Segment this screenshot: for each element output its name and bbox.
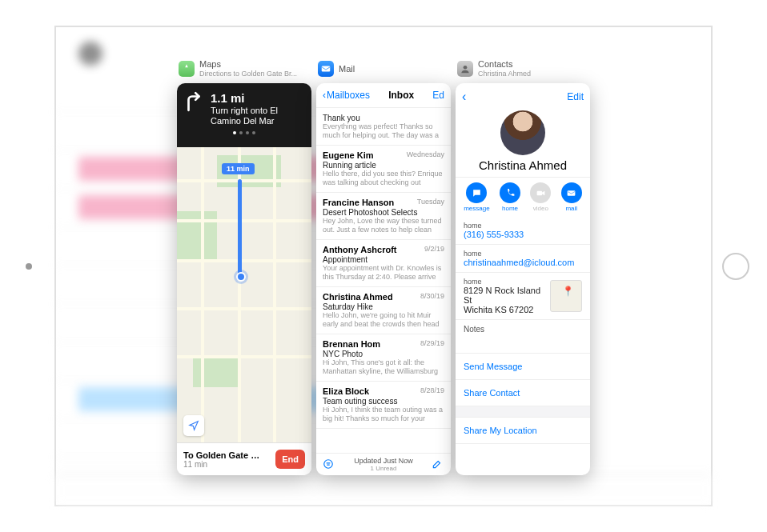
mailboxes-back-button[interactable]: ‹ Mailboxes — [323, 90, 370, 101]
mail-subject: Running article — [323, 161, 444, 170]
mail-item[interactable]: Anthony Ashcroft9/2/19AppointmentYour ap… — [316, 240, 451, 287]
maps-app-title: Maps — [199, 59, 297, 69]
back-button[interactable]: ‹ — [462, 90, 466, 104]
mail-subject: Appointment — [323, 255, 444, 264]
mail-preview: Hello John, we're going to hit Muir earl… — [323, 311, 444, 329]
route-line — [238, 179, 242, 275]
mail-preview: Hey John, Love the way these turned out.… — [323, 217, 444, 234]
phone-info[interactable]: home (316) 555-9333 — [456, 217, 590, 245]
mail-item[interactable]: Thank youEverything was perfect! Thanks … — [316, 108, 451, 146]
maps-app-subtitle: Directions to Golden Gate Br... — [199, 69, 297, 78]
maps-card[interactable]: 1.1 mi Turn right onto El Camino Del Mar — [177, 83, 311, 475]
mail-status: Updated Just Now 1 Unread — [335, 457, 432, 472]
mail-action[interactable]: mail — [561, 182, 582, 212]
mail-date: 8/28/19 — [420, 386, 444, 394]
mail-navbar: ‹ Mailboxes Inbox Ed — [316, 83, 451, 108]
front-camera — [26, 263, 32, 270]
locate-me-button[interactable] — [183, 415, 204, 436]
mail-list[interactable]: Thank youEverything was perfect! Thanks … — [316, 108, 451, 453]
svg-point-1 — [324, 459, 333, 468]
chevron-left-icon: ‹ — [323, 90, 326, 101]
mail-date: 8/30/19 — [420, 292, 444, 300]
mail-subject: NYC Photo — [323, 350, 444, 358]
mail-title: Inbox — [388, 90, 414, 101]
mail-subject: Desert Photoshoot Selects — [323, 208, 444, 217]
card-header-maps: Maps Directions to Golden Gate Br... — [177, 58, 311, 80]
mail-app-icon — [318, 61, 334, 77]
switcher-card-contacts[interactable]: Contacts Christina Ahmed ‹ Edit Christin… — [456, 58, 590, 475]
avatar — [500, 110, 545, 155]
svg-rect-0 — [322, 66, 331, 72]
mail-icon — [561, 182, 582, 203]
filter-icon[interactable] — [323, 458, 335, 471]
contacts-app-title: Contacts — [478, 59, 531, 69]
section-gap — [456, 406, 590, 418]
home-button[interactable] — [722, 253, 749, 280]
end-route-button[interactable]: End — [275, 450, 305, 469]
edit-button[interactable]: Edit — [567, 91, 584, 102]
mail-subject: Thank you — [323, 114, 444, 122]
mail-item[interactable]: Christina Ahmed8/30/19Saturday HikeHello… — [316, 287, 451, 334]
destination-time: 11 min — [183, 460, 263, 469]
share-location-link[interactable]: Share My Location — [456, 418, 590, 444]
mail-card[interactable]: ‹ Mailboxes Inbox Ed Thank youEverything… — [316, 83, 451, 475]
mail-preview: Everything was perfect! Thanks so much f… — [323, 122, 444, 140]
send-message-link[interactable]: Send Message — [456, 354, 590, 380]
notes-field[interactable]: Notes — [456, 320, 590, 354]
mail-date: 8/29/19 — [420, 339, 444, 347]
card-header-contacts: Contacts Christina Ahmed — [456, 58, 590, 80]
maps-distance: 1.1 mi — [211, 91, 305, 105]
message-icon — [466, 182, 487, 203]
mail-subject: Saturday Hike — [323, 302, 444, 311]
email-info[interactable]: home christinaahmed@icloud.com — [456, 245, 590, 273]
switcher-card-maps[interactable]: Maps Directions to Golden Gate Br... 1.1… — [177, 58, 311, 475]
phone-number: (316) 555-9333 — [464, 230, 582, 239]
mail-item[interactable]: Eliza Block8/28/19Team outing successHi … — [316, 382, 451, 429]
video-icon — [530, 182, 551, 203]
mail-edit-button[interactable]: Ed — [432, 90, 444, 101]
card-header-mail: Mail — [316, 58, 451, 80]
email-address: christinaahmed@icloud.com — [464, 258, 582, 267]
maps-app-icon — [179, 61, 195, 77]
maps-direction-banner: 1.1 mi Turn right onto El Camino Del Mar — [177, 83, 311, 147]
compose-icon[interactable] — [432, 458, 444, 471]
svg-rect-3 — [537, 190, 543, 194]
mail-date: Wednesday — [407, 150, 444, 158]
mail-footer: Updated Just Now 1 Unread — [316, 453, 451, 475]
contacts-app-subtitle: Christina Ahmed — [478, 69, 531, 78]
video-action: video — [530, 182, 551, 212]
page-dots — [183, 131, 305, 134]
route-time-badge: 11 min — [222, 163, 255, 174]
address-info[interactable]: home 8129 N Rock Island St Wichita KS 67… — [456, 273, 590, 320]
turn-right-icon — [183, 91, 204, 126]
phone-icon — [500, 182, 520, 203]
address: 8129 N Rock Island St Wichita KS 67202 — [464, 286, 550, 314]
maps-instruction: Turn right onto El Camino Del Mar — [211, 106, 305, 126]
contact-header: Christina Ahmed — [456, 110, 590, 178]
contacts-card[interactable]: ‹ Edit Christina Ahmed message home vid — [456, 83, 590, 475]
address-map-thumbnail[interactable] — [550, 280, 582, 312]
mail-item[interactable]: Francine HansonTuesdayDesert Photoshoot … — [316, 193, 451, 240]
share-contact-link[interactable]: Share Contact — [456, 380, 590, 406]
mail-item[interactable]: Brennan Hom8/29/19NYC PhotoHi John, This… — [316, 334, 451, 382]
svg-rect-4 — [568, 190, 576, 196]
maps-footer: To Golden Gate B... 11 min End — [177, 442, 311, 475]
mail-subject: Team outing success — [323, 397, 444, 406]
contacts-navbar: ‹ Edit — [456, 83, 590, 110]
contacts-app-icon — [457, 61, 473, 77]
mail-item[interactable]: Eugene KimWednesdayRunning articleHello … — [316, 146, 451, 193]
current-location-dot — [236, 272, 246, 282]
svg-point-2 — [464, 66, 468, 70]
mail-app-title: Mail — [339, 64, 355, 74]
contact-actions-row: message home video mail — [456, 178, 590, 217]
mail-preview: Hi John, I think the team outing was a b… — [323, 406, 444, 423]
mail-preview: Your appointment with Dr. Knowles is thi… — [323, 264, 444, 282]
switcher-card-mail[interactable]: Mail ‹ Mailboxes Inbox Ed Thank youEvery… — [316, 58, 451, 475]
mail-date: Tuesday — [417, 198, 444, 206]
contact-name: Christina Ahmed — [456, 158, 590, 172]
message-action[interactable]: message — [464, 182, 489, 212]
app-switcher: Maps Directions to Golden Gate Br... 1.1… — [54, 26, 713, 506]
map-canvas[interactable]: 11 min — [177, 147, 311, 442]
destination-name: To Golden Gate B... — [183, 450, 263, 460]
call-action[interactable]: home — [500, 182, 520, 212]
